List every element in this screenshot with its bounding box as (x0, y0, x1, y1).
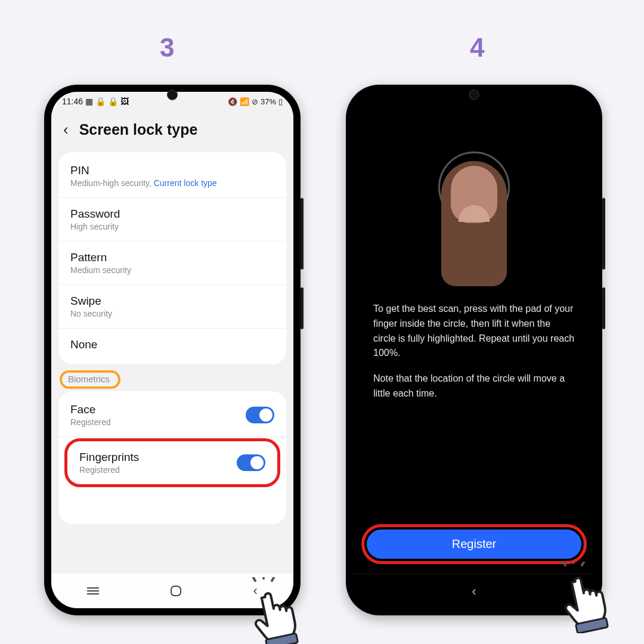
instruction-para-2: Note that the location of the circle wil… (373, 371, 575, 401)
wifi-icon: 📶 (240, 97, 249, 106)
power-button (301, 287, 304, 329)
phone-mockup-right: To get the best scan, press with the pad… (346, 85, 602, 615)
fingerprint-instructions: To get the best scan, press with the pad… (353, 302, 595, 412)
keyhole-icon: 🔒 (95, 97, 106, 106)
current-lock-type-link: Current lock type (154, 178, 217, 188)
tap-hand-icon (553, 562, 625, 633)
row-subtitle: Registered (70, 417, 111, 427)
svg-line-2 (272, 577, 277, 581)
row-subtitle: No security (70, 309, 274, 318)
tap-hand-icon (243, 577, 315, 644)
lock-type-swipe[interactable]: Swipe No security (58, 285, 286, 329)
svg-line-4 (561, 562, 565, 565)
lock-type-pin[interactable]: PIN Medium-high security, Current lock t… (58, 154, 286, 198)
register-button-highlight: Register (361, 524, 587, 564)
page-title: Screen lock type (79, 121, 198, 138)
step-number-3: 3 (160, 33, 174, 63)
battery-text: 37% (261, 97, 276, 106)
row-title: Fingerprints (79, 451, 139, 464)
nav-home-button[interactable] (171, 586, 181, 596)
instruction-para-1: To get the best scan, press with the pad… (373, 302, 575, 361)
biometric-face[interactable]: Face Registered (58, 394, 286, 437)
gallery-icon: 🖼 (120, 97, 129, 106)
fingerprints-toggle[interactable] (237, 454, 265, 471)
lock-types-card: PIN Medium-high security, Current lock t… (58, 152, 286, 364)
keyhole-icon-2: 🔒 (108, 97, 118, 106)
thumbnail-illustration (451, 166, 497, 223)
mute-icon: 🔇 (228, 97, 237, 106)
row-title: Password (70, 208, 274, 221)
status-bar: 11:46 ▦ 🔒 🔒 🖼 🔇 📶 ⊘ 37% ▯ (51, 92, 293, 111)
row-title: Swipe (70, 295, 274, 308)
back-button[interactable]: ‹ (60, 119, 72, 140)
row-subtitle: High security (70, 222, 274, 231)
fingerprint-graphic (428, 151, 521, 289)
row-subtitle: Medium-high security, Current lock type (70, 178, 274, 188)
status-time: 11:46 ▦ 🔒 🔒 🖼 (62, 97, 129, 106)
battery-icon: ▯ (278, 97, 283, 106)
screen-lock-type-screen: 11:46 ▦ 🔒 🔒 🖼 🔇 📶 ⊘ 37% ▯ ‹ Screen lock … (51, 92, 293, 608)
lock-type-password[interactable]: Password High security (58, 198, 286, 242)
biometric-fingerprints[interactable]: Fingerprints Registered (67, 441, 277, 484)
biometrics-section-label: Biometrics (60, 370, 120, 389)
thumb-illustration (441, 161, 507, 286)
row-title: Face (70, 403, 111, 416)
calendar-icon: ▦ (85, 97, 93, 106)
register-button[interactable]: Register (367, 530, 581, 559)
row-subtitle: Registered (79, 465, 139, 475)
svg-line-6 (582, 562, 587, 565)
volume-button (602, 198, 605, 270)
step-number-4: 4 (470, 33, 484, 63)
lunula-illustration (459, 205, 490, 222)
lock-type-pattern[interactable]: Pattern Medium security (58, 242, 286, 285)
row-subtitle: Medium security (70, 265, 274, 275)
face-toggle[interactable] (246, 407, 274, 423)
page-header: ‹ Screen lock type (51, 111, 293, 152)
fingerprint-register-screen: To get the best scan, press with the pad… (353, 92, 595, 608)
lock-type-none[interactable]: None (58, 329, 286, 362)
status-right: 🔇 📶 ⊘ 37% ▯ (228, 97, 283, 106)
row-title: None (70, 338, 274, 351)
no-signal-icon: ⊘ (252, 97, 258, 106)
volume-button (301, 198, 304, 270)
phone-mockup-left: 11:46 ▦ 🔒 🔒 🖼 🔇 📶 ⊘ 37% ▯ ‹ Screen lock … (44, 85, 301, 615)
nav-back-button[interactable]: ‹ (472, 584, 476, 599)
fingerprints-highlight: Fingerprints Registered (64, 438, 280, 487)
biometrics-card: Face Registered Fingerprints Registered (58, 391, 286, 524)
svg-line-0 (250, 577, 255, 581)
row-title: Pattern (70, 251, 274, 264)
power-button (602, 287, 605, 329)
nav-recent-button[interactable] (87, 590, 99, 592)
row-title: PIN (70, 164, 274, 177)
